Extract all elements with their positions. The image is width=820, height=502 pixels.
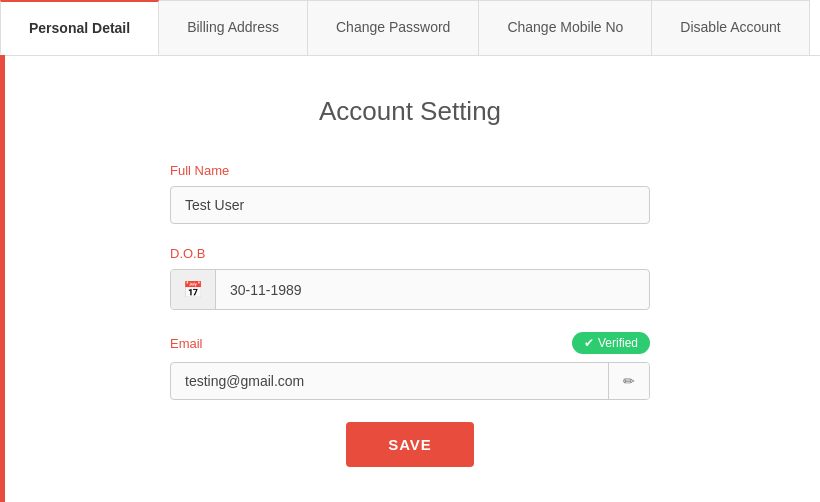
edit-email-button[interactable]: ✏ (608, 363, 649, 399)
tab-personal-detail[interactable]: Personal Detail (0, 0, 159, 55)
email-label: Email (170, 336, 203, 351)
verified-badge: ✔ Verified (572, 332, 650, 354)
tab-label-billing-address: Billing Address (187, 19, 279, 35)
tab-change-mobile-no[interactable]: Change Mobile No (478, 0, 652, 55)
verified-label: Verified (598, 336, 638, 350)
tab-label-disable-account: Disable Account (680, 19, 780, 35)
page-title: Account Setting (319, 96, 501, 127)
dob-input[interactable] (216, 272, 649, 308)
tab-label-change-mobile-no: Change Mobile No (507, 19, 623, 35)
check-icon: ✔ (584, 336, 594, 350)
calendar-icon: 📅 (171, 270, 216, 309)
tab-disable-account[interactable]: Disable Account (651, 0, 809, 55)
tab-label-change-password: Change Password (336, 19, 450, 35)
tab-change-password[interactable]: Change Password (307, 0, 479, 55)
email-label-row: Email ✔ Verified (170, 332, 650, 354)
account-settings-form: Full Name D.O.B 📅 Email ✔ Verified ✏ (170, 163, 650, 467)
tab-label-personal-detail: Personal Detail (29, 20, 130, 36)
full-name-group: Full Name (170, 163, 650, 224)
dob-input-wrapper: 📅 (170, 269, 650, 310)
full-name-label: Full Name (170, 163, 650, 178)
full-name-input[interactable] (170, 186, 650, 224)
content-area: Account Setting Full Name D.O.B 📅 Email … (0, 56, 820, 502)
dob-group: D.O.B 📅 (170, 246, 650, 310)
left-accent (0, 0, 5, 502)
email-group: Email ✔ Verified ✏ (170, 332, 650, 400)
tab-bar: Personal Detail Billing Address Change P… (0, 0, 820, 56)
save-button[interactable]: SAVE (346, 422, 474, 467)
email-input[interactable] (171, 363, 608, 399)
email-input-wrapper: ✏ (170, 362, 650, 400)
tab-billing-address[interactable]: Billing Address (158, 0, 308, 55)
dob-label: D.O.B (170, 246, 650, 261)
